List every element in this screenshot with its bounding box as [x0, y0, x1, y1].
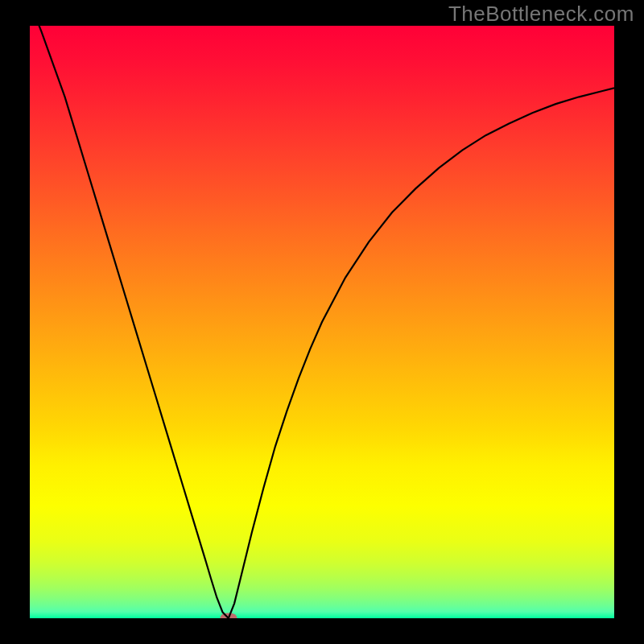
chart-root: TheBottleneck.com: [0, 0, 644, 644]
watermark-text: TheBottleneck.com: [448, 2, 634, 27]
plot-area: [30, 26, 614, 618]
bottleneck-curve: [30, 26, 614, 618]
